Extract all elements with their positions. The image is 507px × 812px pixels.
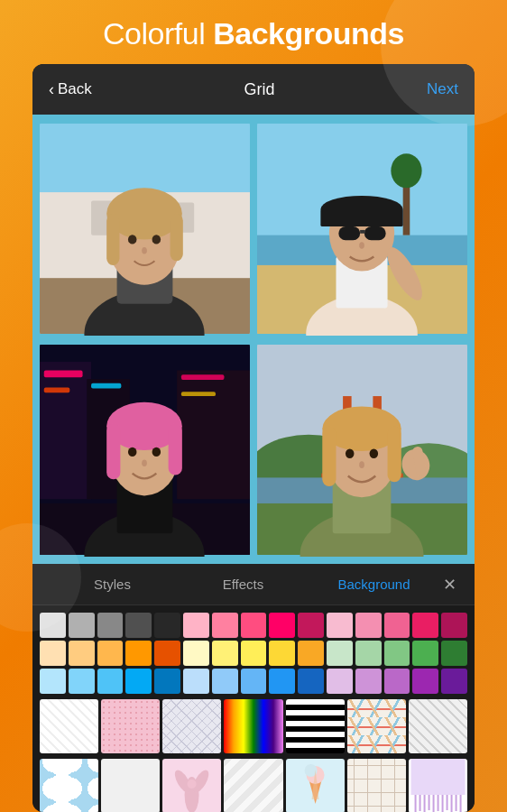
swatch[interactable] bbox=[355, 641, 382, 666]
svg-rect-10 bbox=[106, 214, 119, 265]
svg-rect-11 bbox=[171, 214, 183, 261]
svg-rect-24 bbox=[320, 209, 402, 226]
swatch[interactable] bbox=[69, 613, 95, 638]
close-icon[interactable]: ✕ bbox=[439, 566, 460, 604]
pattern-cell-icecream[interactable] bbox=[286, 759, 345, 812]
swatch[interactable] bbox=[69, 641, 95, 666]
back-button[interactable]: ‹ Back bbox=[49, 80, 92, 99]
swatch[interactable] bbox=[412, 641, 438, 666]
swatch[interactable] bbox=[154, 669, 180, 694]
pattern-cell-diagonal[interactable] bbox=[40, 699, 98, 753]
swatch[interactable] bbox=[97, 669, 124, 694]
back-chevron-icon: ‹ bbox=[49, 80, 54, 99]
pattern-row-2 bbox=[40, 759, 467, 812]
svg-rect-27 bbox=[360, 230, 365, 234]
svg-rect-35 bbox=[44, 388, 70, 393]
photo-cell-2[interactable] bbox=[257, 122, 467, 336]
swatch[interactable] bbox=[241, 669, 267, 694]
svg-rect-38 bbox=[181, 392, 216, 396]
photo-art-2 bbox=[257, 122, 467, 336]
swatch[interactable] bbox=[384, 613, 410, 638]
svg-point-65 bbox=[359, 461, 364, 468]
swatch[interactable] bbox=[327, 613, 353, 638]
swatch[interactable] bbox=[212, 641, 238, 666]
swatch[interactable] bbox=[441, 669, 467, 694]
swatch-row-2 bbox=[40, 641, 467, 666]
swatch[interactable] bbox=[298, 613, 324, 638]
swatch[interactable] bbox=[269, 613, 295, 638]
swatch[interactable] bbox=[355, 613, 382, 638]
grid-title: Grid bbox=[244, 80, 274, 99]
pattern-cell-crosshatch[interactable] bbox=[347, 759, 406, 812]
swatch[interactable] bbox=[125, 613, 152, 638]
swatch[interactable] bbox=[212, 669, 238, 694]
swatch[interactable] bbox=[69, 669, 95, 694]
pattern-cell-geo[interactable] bbox=[224, 759, 282, 812]
swatch[interactable] bbox=[327, 669, 353, 694]
swatch[interactable] bbox=[298, 641, 324, 666]
swatch[interactable] bbox=[40, 641, 66, 666]
tab-background[interactable]: Background bbox=[309, 564, 439, 604]
photo-cell-4[interactable] bbox=[257, 343, 467, 557]
svg-rect-31 bbox=[40, 362, 91, 499]
swatch[interactable] bbox=[125, 669, 152, 694]
svg-rect-36 bbox=[91, 383, 121, 389]
tab-styles[interactable]: Styles bbox=[47, 564, 178, 604]
photo-cell-3[interactable] bbox=[40, 343, 250, 557]
pattern-cell-fringe[interactable] bbox=[409, 759, 467, 812]
pattern-cell-zebra[interactable] bbox=[286, 699, 345, 753]
swatch[interactable] bbox=[154, 613, 180, 638]
swatch[interactable] bbox=[40, 613, 66, 638]
pattern-cell-chevron[interactable] bbox=[101, 759, 160, 812]
swatch[interactable] bbox=[384, 669, 410, 694]
swatch[interactable] bbox=[412, 669, 438, 694]
swatch[interactable] bbox=[183, 641, 209, 666]
pattern-cell-pink-dots[interactable] bbox=[101, 699, 160, 753]
swatch[interactable] bbox=[40, 669, 66, 694]
swatch[interactable] bbox=[154, 641, 180, 666]
pattern-row-1 bbox=[40, 699, 467, 753]
photo-cell-1[interactable] bbox=[40, 122, 250, 336]
swatch[interactable] bbox=[441, 641, 467, 666]
swatch[interactable] bbox=[241, 613, 267, 638]
swatch[interactable] bbox=[183, 613, 209, 638]
svg-point-48 bbox=[142, 459, 147, 466]
photo-grid bbox=[32, 115, 475, 564]
swatch[interactable] bbox=[241, 641, 267, 666]
swatch[interactable] bbox=[97, 641, 124, 666]
swatch[interactable] bbox=[441, 613, 467, 638]
svg-rect-62 bbox=[388, 426, 401, 482]
svg-rect-37 bbox=[181, 374, 225, 380]
svg-rect-45 bbox=[169, 423, 182, 475]
svg-rect-33 bbox=[177, 371, 250, 500]
pattern-cell-rainbow[interactable] bbox=[224, 699, 282, 753]
header-title-normal: Colorful bbox=[103, 16, 213, 51]
swatch[interactable] bbox=[412, 613, 438, 638]
swatch[interactable] bbox=[212, 613, 238, 638]
next-button[interactable]: Next bbox=[427, 80, 458, 98]
tab-effects[interactable]: Effects bbox=[178, 564, 309, 604]
svg-point-28 bbox=[359, 242, 364, 249]
app-container: ‹ Back Grid Next bbox=[32, 64, 475, 812]
swatch[interactable] bbox=[183, 669, 209, 694]
pattern-cell-diamond[interactable] bbox=[162, 699, 221, 753]
swatch[interactable] bbox=[384, 641, 410, 666]
svg-point-13 bbox=[152, 235, 161, 244]
pattern-cell-triangles[interactable] bbox=[347, 699, 406, 753]
swatch[interactable] bbox=[355, 669, 382, 694]
swatch[interactable] bbox=[269, 669, 295, 694]
swatch[interactable] bbox=[125, 641, 152, 666]
tab-bar: Styles Effects Background ✕ bbox=[32, 564, 475, 605]
swatch-row-3 bbox=[40, 669, 467, 694]
svg-point-12 bbox=[128, 235, 137, 244]
pattern-cell-stripes[interactable] bbox=[409, 699, 467, 753]
swatch[interactable] bbox=[97, 613, 124, 638]
pattern-cell-floral[interactable] bbox=[162, 759, 221, 812]
swatch[interactable] bbox=[298, 669, 324, 694]
photo-art-4 bbox=[257, 343, 467, 557]
header-title-bold: Backgrounds bbox=[213, 16, 404, 51]
pattern-cell-clouds[interactable] bbox=[40, 759, 98, 812]
swatch[interactable] bbox=[327, 641, 353, 666]
svg-rect-61 bbox=[322, 426, 336, 486]
swatch[interactable] bbox=[269, 641, 295, 666]
